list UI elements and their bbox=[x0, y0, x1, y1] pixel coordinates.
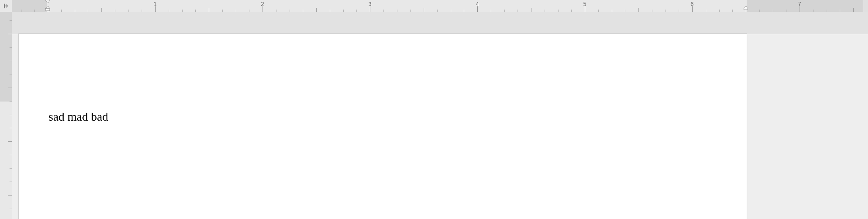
horizontal-ruler[interactable]: 1234567 bbox=[0, 0, 868, 12]
ruler-top-margin-shade bbox=[0, 12, 12, 102]
first-line-indent-marker[interactable] bbox=[45, 0, 51, 6]
ruler-number: 1 bbox=[154, 1, 157, 7]
document-body[interactable]: sad mad bad bbox=[49, 110, 731, 124]
ruler-left-margin-shade bbox=[12, 0, 47, 12]
ruler-scroll-end bbox=[863, 0, 868, 12]
document-page[interactable]: sad mad bad bbox=[19, 34, 747, 219]
svg-rect-2 bbox=[46, 9, 50, 11]
document-desk: sad mad bad bbox=[12, 12, 868, 219]
ruler-number: 5 bbox=[583, 1, 586, 7]
svg-marker-3 bbox=[743, 6, 748, 9]
ruler-number: 4 bbox=[476, 1, 479, 7]
desk-top-strip bbox=[12, 12, 868, 34]
tab-stop-well[interactable] bbox=[0, 0, 12, 12]
right-indent-marker[interactable] bbox=[743, 6, 749, 12]
ruler-right-margin-shade bbox=[747, 0, 863, 12]
ruler-number: 6 bbox=[691, 1, 694, 7]
svg-marker-0 bbox=[45, 0, 50, 3]
ruler-number: 3 bbox=[368, 1, 372, 7]
ruler-number: 7 bbox=[798, 1, 801, 7]
vertical-ruler[interactable] bbox=[0, 12, 12, 219]
hanging-indent-marker[interactable] bbox=[45, 6, 51, 12]
tab-left-icon bbox=[3, 3, 9, 9]
ruler-number: 2 bbox=[261, 1, 264, 7]
svg-marker-1 bbox=[45, 6, 50, 9]
